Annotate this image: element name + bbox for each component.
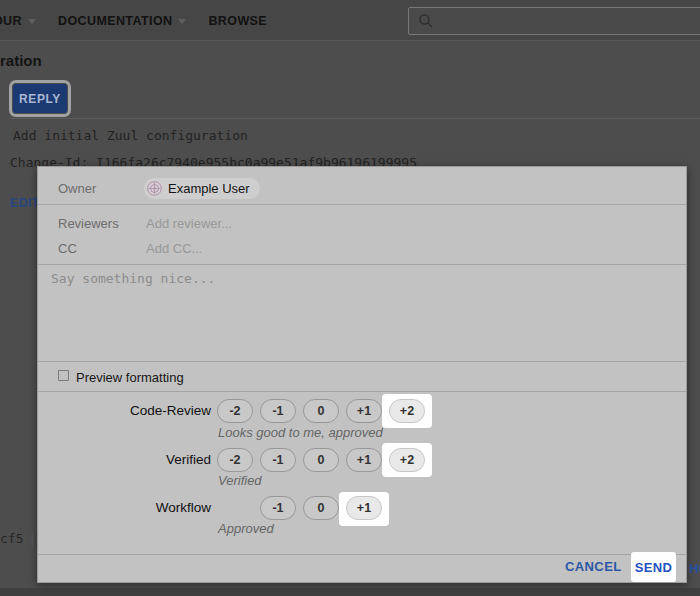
- nav-item-label: BROWSE: [208, 14, 267, 28]
- vote-button-verified-zero[interactable]: 0: [303, 448, 339, 472]
- vote-button-code-review-plus2[interactable]: +2: [389, 399, 425, 423]
- content-divider: [10, 118, 700, 119]
- owner-chip[interactable]: Example User: [144, 178, 260, 199]
- search-icon: [418, 13, 434, 29]
- background-link-fragment: HO: [689, 561, 700, 576]
- separator: |: [30, 531, 33, 546]
- owner-label: Owner: [58, 181, 96, 196]
- divider: [38, 264, 686, 265]
- vote-description: Verified: [218, 473, 262, 488]
- owner-name: Example User: [168, 181, 250, 196]
- send-button[interactable]: SEND: [631, 552, 676, 582]
- add-reviewer-input[interactable]: Add reviewer...: [146, 216, 232, 231]
- preview-formatting-label: Preview formatting: [76, 370, 184, 385]
- spotlight-highlight: SEND: [631, 552, 676, 582]
- vote-button-code-review-zero[interactable]: 0: [303, 399, 339, 423]
- vote-button-workflow-plus1[interactable]: +1: [346, 496, 382, 520]
- top-nav-bar: OUR DOCUMENTATION BROWSE: [0, 0, 700, 41]
- nav-item-your[interactable]: OUR: [0, 14, 36, 28]
- page-footer-band: [0, 588, 700, 596]
- reply-button[interactable]: REPLY: [13, 84, 67, 113]
- vote-button-workflow-zero[interactable]: 0: [303, 496, 339, 520]
- reply-dialog: Owner Example User Reviewers Add reviewe…: [37, 166, 687, 583]
- nav-item-label: OUR: [0, 14, 22, 28]
- cancel-button[interactable]: CANCEL: [565, 559, 622, 574]
- vote-description: Looks good to me, approved: [218, 425, 383, 440]
- nav-item-label: DOCUMENTATION: [58, 14, 172, 28]
- vote-button-code-review-minus2[interactable]: -2: [217, 399, 253, 423]
- label-verified: Verified: [38, 448, 211, 472]
- search-input[interactable]: [408, 7, 700, 35]
- vote-button-code-review-minus1[interactable]: -1: [260, 399, 296, 423]
- divider: [38, 361, 686, 362]
- vote-button-verified-plus2[interactable]: +2: [389, 448, 425, 472]
- nav-item-documentation[interactable]: DOCUMENTATION: [58, 14, 186, 28]
- reviewers-label: Reviewers: [58, 216, 119, 231]
- message-textarea[interactable]: Say something nice...: [51, 271, 215, 286]
- vote-button-verified-minus1[interactable]: -1: [260, 448, 296, 472]
- vote-button-verified-minus2[interactable]: -2: [217, 448, 253, 472]
- label-workflow: Workflow: [38, 496, 211, 520]
- nav-item-browse[interactable]: BROWSE: [208, 14, 267, 28]
- label-code-review: Code-Review: [38, 399, 211, 423]
- main-nav: OUR DOCUMENTATION BROWSE: [0, 0, 289, 41]
- cc-label: CC: [58, 241, 77, 256]
- chevron-down-icon: [178, 19, 186, 24]
- avatar: [147, 181, 162, 196]
- vote-button-workflow-minus1[interactable]: -1: [260, 496, 296, 520]
- divider: [38, 391, 686, 392]
- chevron-down-icon: [28, 19, 36, 24]
- vote-description: Approved: [218, 521, 274, 536]
- preview-formatting-checkbox[interactable]: [58, 370, 69, 381]
- add-cc-input[interactable]: Add CC...: [146, 241, 202, 256]
- divider: [38, 204, 686, 205]
- page-title-fragment: ration: [0, 52, 42, 69]
- commit-subject: Add initial Zuul configuration: [13, 128, 248, 143]
- vote-button-code-review-plus1[interactable]: +1: [346, 399, 382, 423]
- hash-text: cf5: [0, 531, 23, 546]
- vote-button-verified-plus1[interactable]: +1: [346, 448, 382, 472]
- divider: [38, 554, 686, 555]
- edit-link[interactable]: EDIT: [10, 196, 40, 210]
